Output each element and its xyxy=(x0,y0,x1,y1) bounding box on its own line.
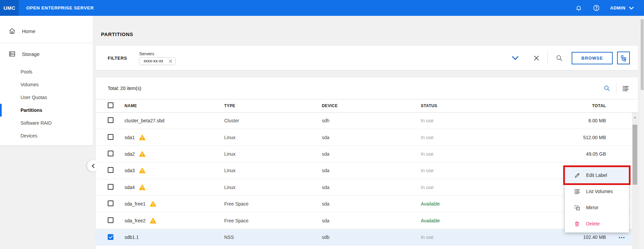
partition-device: sdb xyxy=(322,235,421,240)
menu-item-list-volumes[interactable]: List Volumes xyxy=(565,183,629,199)
menu-item-label: List Volumes xyxy=(586,189,613,194)
column-header-total[interactable]: TOTAL xyxy=(532,103,606,108)
warning-icon xyxy=(150,218,156,224)
servers-filter-label: Servers xyxy=(139,51,175,56)
warning-icon xyxy=(139,134,145,141)
sidebar-subitems: PoolsVolumesUser QuotasPartitionsSoftwar… xyxy=(0,65,93,146)
row-checkbox[interactable] xyxy=(108,200,113,206)
collapse-filters-chevron-icon[interactable] xyxy=(512,56,519,60)
partition-type: Cluster xyxy=(224,118,322,123)
partition-type: Free Space xyxy=(224,218,322,223)
column-header-device[interactable]: DEVICE xyxy=(322,103,421,108)
sidebar-item-user-quotas[interactable]: User Quotas xyxy=(0,91,93,104)
partition-type: Linux xyxy=(224,135,322,140)
sidebar-item-pools[interactable]: Pools xyxy=(0,65,93,78)
sidebar-item-label: Volumes xyxy=(21,82,39,87)
sidebar: Home Storage PoolsVolumesUser QuotasPart… xyxy=(0,16,93,249)
sidebar-item-storage[interactable]: Storage xyxy=(0,45,93,62)
partition-name: sda4 xyxy=(125,185,135,190)
home-icon xyxy=(8,27,16,35)
filter-divider xyxy=(547,51,548,65)
table-row[interactable]: sdb1.1NSSsdbIn use102.40 MB••• xyxy=(96,229,638,246)
row-checkbox[interactable] xyxy=(108,184,113,190)
warning-icon xyxy=(150,201,156,207)
table-row[interactable]: sda1LinuxsdaIn use512.00 MB xyxy=(96,129,638,146)
sidebar-item-partitions[interactable]: Partitions xyxy=(0,104,93,117)
list-view-icon[interactable] xyxy=(622,85,629,92)
sidebar-item-volumes[interactable]: Volumes xyxy=(0,78,93,91)
product-title: OPEN ENTERPRISE SERVER xyxy=(26,5,94,10)
partition-table-body: cluster_beta27.sbdClustersdhIn use8.00 M… xyxy=(96,113,638,249)
sidebar-item-label: Storage xyxy=(22,51,40,57)
row-checkbox[interactable] xyxy=(108,217,113,223)
partition-name: sda_free1 xyxy=(125,201,145,207)
table-row[interactable]: sda_free1Free SpacesdaAvailable xyxy=(96,196,638,212)
table-scrollbar-thumb[interactable] xyxy=(633,125,637,185)
sidebar-nav: Home Storage PoolsVolumesUser QuotasPart… xyxy=(0,16,93,145)
menu-item-mirror[interactable]: Mirror xyxy=(565,199,629,216)
table-row[interactable]: sda4LinuxsdaIn use xyxy=(96,179,638,196)
browse-button[interactable]: BROWSE xyxy=(572,52,613,64)
partition-type: Linux xyxy=(224,185,322,190)
column-header-type[interactable]: TYPE xyxy=(224,103,322,108)
partitions-table-card: Total: 20 item(s) NAME TYPE DEVICE STATU… xyxy=(96,77,638,249)
servers-filter-group: Servers xxxx-xx-xx xyxy=(139,51,175,65)
row-actions-button[interactable]: ••• xyxy=(619,235,625,240)
page-scrollbar[interactable] xyxy=(640,16,644,249)
tree-view-button[interactable] xyxy=(617,52,630,64)
sidebar-item-devices[interactable]: Devices xyxy=(0,129,93,142)
clear-filters-icon[interactable] xyxy=(534,55,539,61)
help-icon[interactable] xyxy=(592,4,600,12)
remove-chip-icon[interactable] xyxy=(169,59,172,63)
partition-total: 102.40 MB xyxy=(532,235,606,240)
partition-name: cluster_beta27.sbd xyxy=(125,118,164,123)
partition-type: NSS xyxy=(224,235,322,240)
warning-icon xyxy=(139,167,145,174)
partition-device: sda xyxy=(322,185,421,190)
notifications-bell-icon[interactable] xyxy=(575,4,582,12)
column-header-status[interactable]: STATUS xyxy=(421,103,532,108)
table-row[interactable]: cluster_beta27.sbdClustersdhIn use8.00 M… xyxy=(96,113,638,129)
collapse-sidebar-button[interactable] xyxy=(87,160,99,172)
page-scrollbar-thumb[interactable] xyxy=(641,19,644,90)
sidebar-item-home[interactable]: Home xyxy=(0,23,93,39)
menu-item-label: Delete xyxy=(586,221,600,226)
user-menu[interactable]: ADMIN xyxy=(610,5,634,10)
mirror-icon xyxy=(574,204,580,211)
partition-total: 49.05 GB xyxy=(532,151,606,157)
server-filter-chip[interactable]: xxxx-xx-xx xyxy=(139,57,175,65)
column-header-name[interactable]: NAME xyxy=(125,103,224,108)
menu-item-edit-label[interactable]: Edit Label xyxy=(565,167,629,183)
menu-item-delete[interactable]: Delete xyxy=(565,216,629,232)
chevron-down-icon xyxy=(629,6,634,10)
sidebar-item-software-raid[interactable]: Software RAID xyxy=(0,117,93,129)
filters-bar: FILTERS Servers xxxx-xx-xx BROWSE xyxy=(96,46,638,70)
table-row[interactable]: sda2LinuxsdaIn use49.05 GB xyxy=(96,146,638,162)
partition-device: sda xyxy=(322,201,421,207)
table-scrollbar[interactable]: ▲ xyxy=(632,113,638,249)
partition-name: sda2 xyxy=(125,151,135,157)
partition-device: sda xyxy=(322,218,421,223)
filter-search-icon[interactable] xyxy=(556,55,563,62)
table-row[interactable]: sda_free2Free SpacesdaAvailable xyxy=(96,212,638,229)
storage-icon xyxy=(8,50,16,58)
status-text: In use xyxy=(421,235,532,240)
table-search-icon[interactable] xyxy=(604,85,610,92)
row-checkbox[interactable] xyxy=(108,167,113,173)
row-checkbox[interactable] xyxy=(108,151,113,156)
row-checkbox[interactable] xyxy=(108,234,113,240)
table-header-row: NAME TYPE DEVICE STATUS TOTAL xyxy=(96,99,638,113)
row-checkbox[interactable] xyxy=(108,117,113,123)
partition-name: sda3 xyxy=(125,168,135,173)
row-checkbox[interactable] xyxy=(108,134,113,140)
partition-device: sda xyxy=(322,168,421,173)
sidebar-item-label: Home xyxy=(22,28,35,34)
status-text: In use xyxy=(421,135,532,140)
scroll-up-icon[interactable]: ▲ xyxy=(632,113,638,119)
partition-device: sda xyxy=(322,151,421,157)
sidebar-item-label: Devices xyxy=(21,133,37,138)
select-all-checkbox[interactable] xyxy=(108,102,113,108)
table-row[interactable]: sda3LinuxsdaIn use xyxy=(96,162,638,179)
sidebar-item-label: Pools xyxy=(21,69,32,74)
partition-name: sdb1.1 xyxy=(125,235,139,240)
